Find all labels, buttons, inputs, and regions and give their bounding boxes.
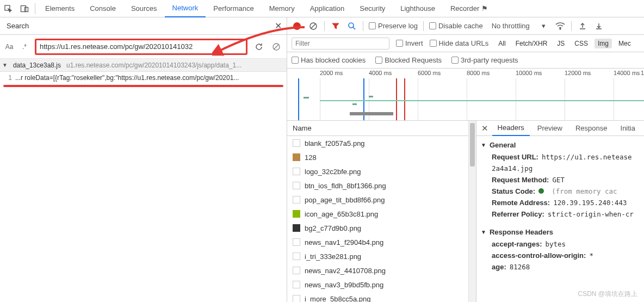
tick-label: 4000 ms <box>369 70 392 76</box>
disable-cache-checkbox[interactable]: Disable cache <box>429 22 483 30</box>
table-row[interactable]: icon_age_65b3c81.png <box>287 207 468 221</box>
tab-application[interactable]: Application <box>302 0 352 17</box>
table-row[interactable]: btn_ios_fldh_8bf1366.png <box>287 178 468 193</box>
search-panel: Search ✕ Aa .* ▼ data_13ce3a8.js u1.res.… <box>0 17 287 302</box>
table-row[interactable]: pop_age_tit_bbd8f66.png <box>287 193 468 207</box>
tick-label: 6000 ms <box>418 70 441 76</box>
invert-checkbox[interactable]: Invert <box>396 39 423 47</box>
blocked-cookies-checkbox[interactable]: Has blocked cookies <box>292 56 366 64</box>
tick-label: 8000 ms <box>467 70 490 76</box>
svg-rect-2 <box>25 7 28 11</box>
age: age:81268 <box>476 261 644 273</box>
acao: access-control-allow-origin:* <box>476 250 644 261</box>
result-file-header[interactable]: ▼ data_13ce3a8.js u1.res.netease.com/pc/… <box>0 59 287 72</box>
filter-row: Invert Hide data URLs All Fetch/XHR JS C… <box>287 35 644 52</box>
upload-icon[interactable] <box>577 21 588 32</box>
tab-sources[interactable]: Sources <box>123 0 165 17</box>
devtools-tabstrip: Elements Console Sources Network Perform… <box>0 0 644 17</box>
table-row[interactable]: i_more_5b8cc5a.png <box>287 292 468 302</box>
clear-icon[interactable] <box>270 41 282 53</box>
table-row[interactable]: logo_32c2bfe.png <box>287 164 468 178</box>
blocked-requests-checkbox[interactable]: Blocked Requests <box>375 56 442 64</box>
table-row[interactable]: i_tri_333e281.png <box>287 249 468 263</box>
search-icon[interactable] <box>346 21 357 32</box>
regex-toggle[interactable]: .* <box>20 43 29 51</box>
detail-tab-preview[interactable]: Preview <box>532 121 568 136</box>
tab-lighthouse[interactable]: Lighthouse <box>393 0 443 17</box>
accept-ranges: accept-ranges:bytes <box>476 238 644 250</box>
inspect-icon[interactable] <box>0 0 16 17</box>
table-row[interactable]: blank_f2057a5.png <box>287 136 468 150</box>
type-fetch-xhr[interactable]: Fetch/XHR <box>512 39 551 48</box>
remote-address: Remote Address:120.39.195.240:443 <box>476 197 644 208</box>
filter-input[interactable] <box>292 38 389 50</box>
detail-tab-initiator[interactable]: Initia <box>615 121 641 136</box>
watermark: CSDN @填坑在路上 <box>578 289 637 299</box>
detail-tab-headers[interactable]: Headers <box>492 121 530 136</box>
chevron-down-icon: ▼ <box>2 62 8 68</box>
table-row[interactable]: news_nav2_4410708.png <box>287 263 468 278</box>
table-row[interactable]: news_nav3_b9bd5fb.png <box>287 278 468 292</box>
match-case-toggle[interactable]: Aa <box>4 43 14 51</box>
close-icon[interactable]: ✕ <box>269 17 287 35</box>
hide-data-urls-checkbox[interactable]: Hide data URLs <box>430 39 489 47</box>
search-input-wrapper <box>35 39 247 55</box>
search-input[interactable] <box>40 42 243 51</box>
preserve-log-checkbox[interactable]: Preserve log <box>369 22 418 30</box>
type-js[interactable]: JS <box>554 39 568 48</box>
type-all[interactable]: All <box>495 39 509 48</box>
tick-label: 14000 ms <box>614 70 640 76</box>
chevron-down-icon[interactable]: ▾ <box>538 21 549 32</box>
tab-security[interactable]: Security <box>352 0 393 17</box>
clear-button[interactable] <box>308 21 319 32</box>
close-detail-icon[interactable]: ✕ <box>480 124 490 133</box>
tick-label: 10000 ms <box>516 70 542 76</box>
response-headers-section[interactable]: ▼Response Headers <box>476 225 644 238</box>
network-timeline[interactable]: 2000 ms 4000 ms 6000 ms 8000 ms 10000 ms… <box>287 69 644 121</box>
device-toggle-icon[interactable] <box>16 0 33 17</box>
request-list: Name blank_f2057a5.png 128 logo_32c2bfe.… <box>287 121 476 302</box>
wifi-icon[interactable] <box>555 21 566 32</box>
request-url: Request URL:https://u1.res.netease <box>476 151 644 163</box>
result-line-number: 1 <box>3 74 12 82</box>
tab-memory[interactable]: Memory <box>262 0 302 17</box>
general-section[interactable]: ▼General <box>476 138 644 151</box>
third-party-checkbox[interactable]: 3rd-party requests <box>451 56 518 64</box>
result-line-text: ...r roleData=[{rTag:"rosekeller",bg:"ht… <box>15 74 287 82</box>
name-column-header[interactable]: Name <box>287 121 468 136</box>
tab-performance[interactable]: Performance <box>206 0 261 17</box>
svg-point-6 <box>560 28 561 29</box>
tab-console[interactable]: Console <box>82 0 123 17</box>
type-css[interactable]: CSS <box>571 39 591 48</box>
tab-recorder[interactable]: Recorder ⚑ <box>443 0 496 17</box>
record-button[interactable] <box>292 21 302 32</box>
tab-network[interactable]: Network <box>165 0 206 17</box>
type-img[interactable]: Img <box>595 39 612 48</box>
download-icon[interactable] <box>593 21 604 32</box>
tab-elements[interactable]: Elements <box>38 0 82 17</box>
throttling-select[interactable]: No throttling <box>488 22 533 30</box>
svg-rect-1 <box>21 5 26 11</box>
svg-point-5 <box>349 23 354 28</box>
search-title: Search <box>0 22 269 30</box>
status-code: Status Code:200(from memory cac <box>476 186 644 197</box>
refresh-icon[interactable] <box>253 41 265 53</box>
table-row[interactable]: bg2_c77d9b0.png <box>287 221 468 235</box>
table-row[interactable]: 128 <box>287 150 468 164</box>
detail-tab-response[interactable]: Response <box>570 121 613 136</box>
table-row[interactable]: news_nav1_f2904b4.png <box>287 235 468 249</box>
filter-icon[interactable] <box>330 21 341 32</box>
request-url-line2: 2a4a14.jpg <box>476 163 644 174</box>
scrollbar[interactable] <box>468 121 476 302</box>
annotation-underline <box>3 85 283 87</box>
referrer-policy: Referrer Policy:strict-origin-when-cr <box>476 208 644 220</box>
result-line[interactable]: 1 ...r roleData=[{rTag:"rosekeller",bg:"… <box>0 72 287 84</box>
tick-label: 16 <box>641 70 644 76</box>
network-toolbar: Preserve log Disable cache No throttling… <box>287 17 644 35</box>
filter-row-2: Has blocked cookies Blocked Requests 3rd… <box>287 52 644 69</box>
tick-label: 2000 ms <box>320 70 343 76</box>
result-filepath: u1.res.netease.com/pc/gw/20201014103243/… <box>66 61 287 69</box>
result-filename: data_13ce3a8.js <box>13 61 61 69</box>
request-method: Request Method:GET <box>476 174 644 186</box>
type-media[interactable]: Mec <box>615 39 634 48</box>
